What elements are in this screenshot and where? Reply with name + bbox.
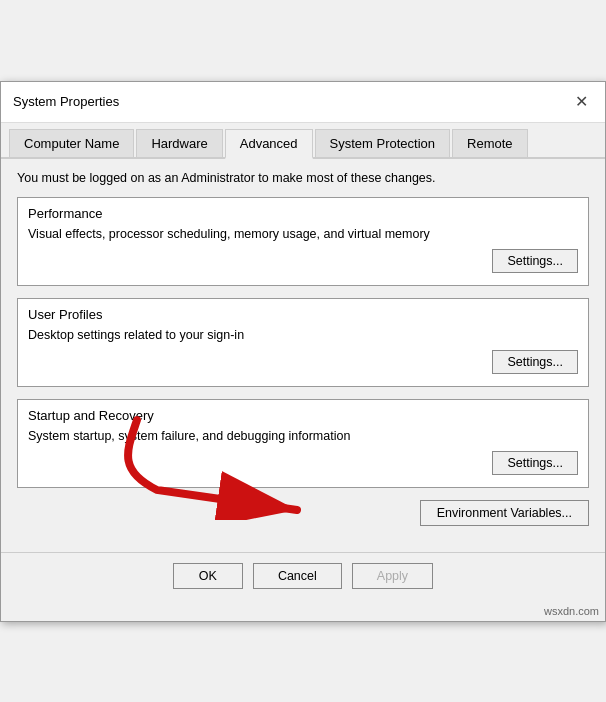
performance-desc: Visual effects, processor scheduling, me… bbox=[28, 227, 578, 241]
dialog-buttons: OK Cancel Apply bbox=[1, 552, 605, 603]
startup-recovery-desc: System startup, system failure, and debu… bbox=[28, 429, 578, 443]
tab-computer-name[interactable]: Computer Name bbox=[9, 129, 134, 157]
performance-settings-button[interactable]: Settings... bbox=[492, 249, 578, 273]
startup-recovery-title: Startup and Recovery bbox=[28, 408, 578, 423]
performance-title: Performance bbox=[28, 206, 578, 221]
window-title: System Properties bbox=[13, 94, 119, 109]
admin-info: You must be logged on as an Administrato… bbox=[17, 171, 589, 185]
startup-recovery-section: Startup and Recovery System startup, sys… bbox=[17, 399, 589, 488]
ok-button[interactable]: OK bbox=[173, 563, 243, 589]
cancel-button[interactable]: Cancel bbox=[253, 563, 342, 589]
apply-button[interactable]: Apply bbox=[352, 563, 433, 589]
watermark: wsxdn.com bbox=[1, 603, 605, 621]
performance-section: Performance Visual effects, processor sc… bbox=[17, 197, 589, 286]
tab-hardware[interactable]: Hardware bbox=[136, 129, 222, 157]
tab-content: You must be logged on as an Administrato… bbox=[1, 159, 605, 548]
user-profiles-section: User Profiles Desktop settings related t… bbox=[17, 298, 589, 387]
user-profiles-title: User Profiles bbox=[28, 307, 578, 322]
tab-system-protection[interactable]: System Protection bbox=[315, 129, 451, 157]
environment-variables-button[interactable]: Environment Variables... bbox=[420, 500, 589, 526]
tab-bar: Computer Name Hardware Advanced System P… bbox=[1, 123, 605, 159]
title-bar: System Properties ✕ bbox=[1, 82, 605, 123]
user-profiles-settings-button[interactable]: Settings... bbox=[492, 350, 578, 374]
system-properties-window: System Properties ✕ Computer Name Hardwa… bbox=[0, 81, 606, 622]
close-button[interactable]: ✕ bbox=[569, 90, 593, 114]
user-profiles-desc: Desktop settings related to your sign-in bbox=[28, 328, 578, 342]
startup-recovery-settings-button[interactable]: Settings... bbox=[492, 451, 578, 475]
tab-remote[interactable]: Remote bbox=[452, 129, 528, 157]
tab-advanced[interactable]: Advanced bbox=[225, 129, 313, 159]
